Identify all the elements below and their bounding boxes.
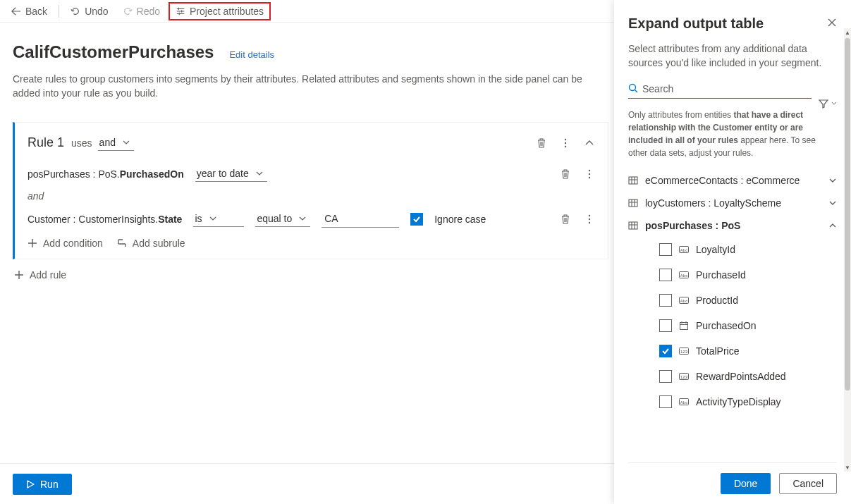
trash-icon: [560, 214, 571, 225]
condition-field: posPurchases : PoS.PurchasedOn: [27, 168, 184, 180]
filter-button[interactable]: [819, 99, 837, 109]
attribute-name: ActivityTypeDisplay: [696, 396, 781, 407]
delete-condition-button[interactable]: [560, 168, 571, 180]
attribute-checkbox[interactable]: [659, 395, 672, 408]
chevron-down-icon: [123, 140, 130, 145]
undo-label: Undo: [85, 6, 108, 17]
back-button[interactable]: Back: [6, 3, 53, 20]
panel-footer: Done Cancel: [628, 462, 837, 504]
condition-row: posPurchases : PoS.PurchasedOn year to d…: [27, 166, 595, 182]
chevron-down-icon: [831, 102, 837, 105]
svg-text:Abc: Abc: [680, 298, 687, 302]
play-icon: [26, 480, 35, 488]
rule-combiner-select[interactable]: and: [98, 135, 134, 151]
project-attributes-button[interactable]: Project attributes: [169, 2, 271, 20]
add-subrule-button[interactable]: Add subrule: [117, 238, 185, 249]
svg-point-7: [589, 219, 590, 220]
svg-point-0: [565, 138, 566, 140]
page-description: Create rules to group customers into seg…: [13, 72, 598, 101]
table-icon: [628, 221, 638, 231]
attribute-row[interactable]: AbcActivityTypeDisplay: [628, 389, 837, 414]
field-prefix: Customer : CustomerInsights.: [27, 214, 158, 225]
check-icon: [412, 215, 421, 223]
sliders-icon: [176, 6, 185, 16]
condition-join: and: [27, 190, 595, 202]
field-prefix: posPurchases : PoS.: [27, 168, 120, 180]
add-subrule-label: Add subrule: [133, 238, 185, 249]
attribute-row[interactable]: 123TotalPrice: [628, 338, 837, 364]
svg-rect-10: [629, 177, 637, 184]
delete-condition-button[interactable]: [560, 214, 571, 225]
op2-value: equal to: [257, 213, 292, 224]
operator-value: year to date: [197, 168, 249, 179]
condition-more-button[interactable]: [584, 168, 595, 180]
run-label: Run: [40, 479, 59, 490]
attribute-name: RewardPointsAdded: [696, 371, 786, 382]
entity-row[interactable]: eCommerceContacts : eCommerce: [628, 169, 837, 192]
svg-point-6: [589, 215, 590, 216]
rule-more-button[interactable]: [560, 137, 571, 149]
svg-text:Abc: Abc: [680, 400, 687, 404]
undo-icon: [71, 6, 80, 16]
operator1-select[interactable]: is: [193, 211, 244, 227]
chevron-down-icon: [828, 200, 837, 206]
text-type-icon: Abc: [679, 245, 689, 254]
attribute-row[interactable]: AbcPurchaseId: [628, 262, 837, 288]
scrollbar-thumb[interactable]: [845, 38, 850, 391]
redo-button[interactable]: Redo: [117, 3, 166, 20]
condition-operator-select[interactable]: year to date: [195, 166, 267, 182]
done-button[interactable]: Done: [721, 473, 771, 494]
run-button[interactable]: Run: [13, 474, 72, 495]
scroll-down-icon[interactable]: ▼: [844, 463, 851, 472]
svg-rect-12: [629, 222, 637, 229]
attribute-checkbox[interactable]: [659, 294, 672, 307]
condition-value-input[interactable]: [322, 211, 399, 228]
table-icon: [628, 198, 638, 208]
search-icon: [628, 83, 638, 95]
undo-button[interactable]: Undo: [65, 3, 114, 20]
add-condition-button[interactable]: Add condition: [27, 238, 103, 249]
text-type-icon: Abc: [679, 271, 689, 279]
entity-row[interactable]: posPurchases : PoS: [628, 214, 837, 237]
svg-text:123: 123: [680, 349, 688, 353]
svg-point-4: [589, 173, 590, 174]
attribute-row[interactable]: AbcLoyaltyId: [628, 237, 837, 262]
attribute-name: ProductId: [696, 295, 738, 306]
attribute-checkbox[interactable]: [659, 319, 672, 332]
search-input[interactable]: [642, 83, 812, 94]
attribute-row[interactable]: AbcProductId: [628, 288, 837, 313]
attribute-checkbox[interactable]: [659, 269, 672, 281]
svg-point-5: [589, 176, 590, 178]
separator: [59, 5, 59, 18]
edit-details-link[interactable]: Edit details: [229, 49, 274, 60]
page-title: CalifCustomerPurchases: [13, 42, 214, 62]
text-type-icon: Abc: [679, 296, 689, 305]
condition-field: Customer : CustomerInsights.State: [27, 214, 182, 225]
attribute-checkbox[interactable]: [659, 243, 672, 256]
operator2-select[interactable]: equal to: [255, 211, 310, 227]
more-vertical-icon: [560, 137, 571, 149]
more-vertical-icon: [584, 214, 595, 225]
redo-icon: [123, 6, 133, 16]
scroll-up-icon[interactable]: ▲: [844, 28, 851, 37]
field-name: State: [158, 214, 182, 225]
collapse-rule-button[interactable]: [584, 137, 595, 149]
plus-icon: [14, 270, 24, 280]
ignore-case-label: Ignore case: [434, 214, 486, 225]
attribute-checkbox[interactable]: [659, 345, 672, 357]
panel-cancel-button[interactable]: Cancel: [779, 473, 837, 494]
delete-rule-button[interactable]: [536, 137, 547, 149]
rule-title: Rule 1: [27, 135, 64, 150]
attribute-row[interactable]: PurchasedOn: [628, 313, 837, 338]
condition-more-button[interactable]: [584, 214, 595, 225]
scrollbar[interactable]: ▲ ▼: [844, 37, 851, 463]
op1-value: is: [195, 213, 202, 224]
ignore-case-checkbox[interactable]: [410, 213, 423, 226]
panel-close-button[interactable]: [827, 18, 837, 30]
attribute-row[interactable]: 123RewardPointsAdded: [628, 364, 837, 389]
table-icon: [628, 176, 638, 185]
number-type-icon: 123: [679, 347, 689, 355]
entity-row[interactable]: loyCustomers : LoyaltyScheme: [628, 192, 837, 214]
rule-card: Rule 1 uses and posPurchases : PoS.P: [13, 122, 608, 259]
attribute-checkbox[interactable]: [659, 370, 672, 383]
